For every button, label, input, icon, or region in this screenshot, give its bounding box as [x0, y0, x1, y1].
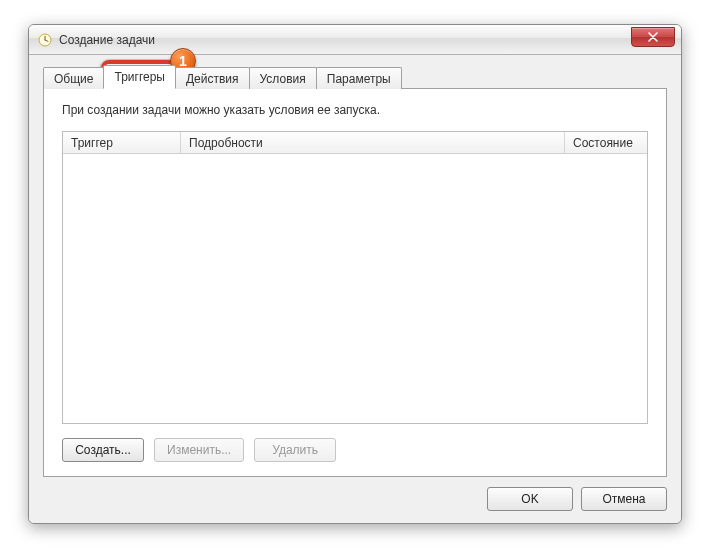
dialog-buttons: OK Отмена [43, 477, 667, 511]
close-icon [648, 32, 658, 42]
ok-button[interactable]: OK [487, 487, 573, 511]
client-area: Общие Триггеры Действия Условия Параметр… [29, 55, 681, 523]
create-button[interactable]: Создать... [62, 438, 144, 462]
cancel-button[interactable]: Отмена [581, 487, 667, 511]
close-button[interactable] [631, 27, 675, 47]
tab-triggers[interactable]: Триггеры [103, 65, 176, 89]
edit-button: Изменить... [154, 438, 244, 462]
list-body[interactable] [63, 154, 647, 423]
clock-icon [37, 32, 53, 48]
column-header-details[interactable]: Подробности [181, 132, 565, 153]
create-task-dialog: Создание задачи Общие Триггеры Действия … [28, 24, 682, 524]
tab-settings[interactable]: Параметры [316, 67, 402, 89]
triggers-panel: При создании задачи можно указать услови… [43, 88, 667, 477]
helper-text: При создании задачи можно указать услови… [62, 103, 648, 117]
tab-actions[interactable]: Действия [175, 67, 250, 89]
tab-general[interactable]: Общие [43, 67, 104, 89]
column-header-trigger[interactable]: Триггер [63, 132, 181, 153]
triggers-list[interactable]: Триггер Подробности Состояние [62, 131, 648, 424]
window-title: Создание задачи [59, 33, 155, 47]
column-header-state[interactable]: Состояние [565, 132, 647, 153]
tab-conditions[interactable]: Условия [249, 67, 317, 89]
list-header: Триггер Подробности Состояние [63, 132, 647, 154]
delete-button: Удалить [254, 438, 336, 462]
tabstrip: Общие Триггеры Действия Условия Параметр… [43, 65, 667, 89]
action-row: Создать... Изменить... Удалить [62, 438, 648, 462]
titlebar[interactable]: Создание задачи [29, 25, 681, 55]
